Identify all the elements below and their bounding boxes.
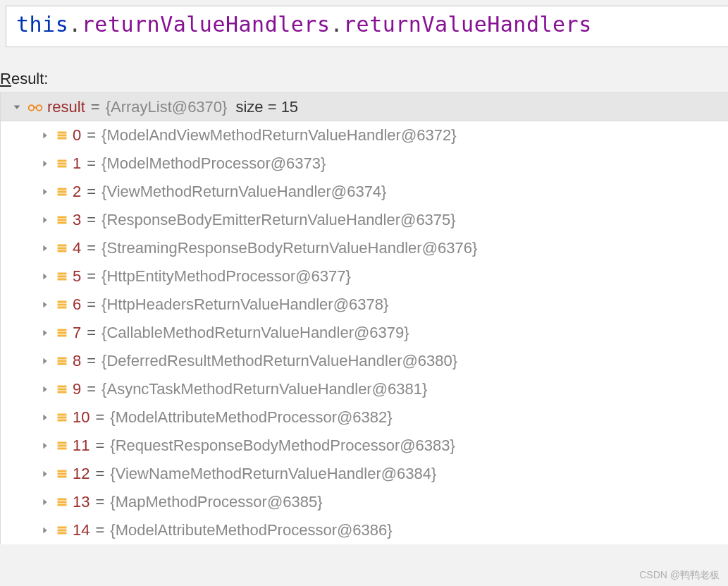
chevron-right-icon[interactable] [39,185,51,198]
svg-rect-4 [58,138,67,140]
keyword-this: this [16,12,68,37]
svg-rect-11 [58,216,67,219]
svg-rect-34 [58,420,67,422]
list-item[interactable]: 0={ModelAndViewMethodReturnValueHandler@… [1,121,728,149]
item-index: 6 [73,295,81,314]
equals-sign: = [94,437,106,455]
equals-sign: = [85,380,97,398]
svg-rect-41 [58,499,67,501]
svg-rect-16 [58,250,67,252]
expression-input[interactable]: this.returnValueHandlers.returnValueHand… [6,6,728,47]
svg-rect-9 [58,191,67,193]
svg-rect-2 [58,132,67,134]
list-item[interactable]: 8={DeferredResultMethodReturnValueHandle… [1,347,728,375]
dot: . [330,12,343,37]
item-index: 3 [73,211,81,229]
array-element-icon [56,411,68,424]
item-value: {HttpHeadersReturnValueHandler@6378} [101,295,388,314]
array-element-icon [56,468,68,480]
chevron-right-icon[interactable] [39,439,51,452]
item-index: 1 [73,154,81,173]
svg-rect-23 [58,329,67,331]
svg-rect-44 [58,527,67,529]
equals-sign: = [90,98,101,116]
equals-sign: = [94,408,106,427]
equals-sign: = [85,154,97,173]
equals-sign: = [85,295,97,314]
list-item[interactable]: 2={ViewMethodReturnValueHandler@6374} [1,178,728,206]
chevron-right-icon[interactable] [39,157,51,170]
chevron-right-icon[interactable] [39,129,51,142]
svg-rect-31 [58,391,67,393]
svg-rect-26 [58,358,67,360]
result-size: size = 15 [235,98,298,116]
result-tree: result = {ArrayList@6370} size = 15 0={M… [0,92,728,544]
result-root-row[interactable]: result = {ArrayList@6370} size = 15 [1,93,728,121]
chevron-right-icon[interactable] [39,524,51,537]
svg-rect-46 [58,532,67,535]
svg-rect-43 [58,504,67,506]
chevron-right-icon[interactable] [39,326,51,339]
svg-rect-6 [58,163,67,165]
item-index: 5 [73,267,81,286]
list-item[interactable]: 10={ModelAttributeMethodProcessor@6382} [1,403,728,432]
result-type: {ArrayList@6370} [106,98,228,116]
list-item[interactable]: 3={ResponseBodyEmitterReturnValueHandler… [1,206,728,234]
list-item[interactable]: 14={ModelAttributeMethodProcessor@6386} [1,516,728,544]
item-value: {ViewMethodReturnValueHandler@6374} [101,183,386,201]
array-element-icon [56,524,68,537]
equals-sign: = [85,239,97,257]
svg-rect-42 [58,501,67,503]
result-variable-name: result [47,98,85,116]
item-value: {DeferredResultMethodReturnValueHandler@… [101,352,457,370]
equals-sign: = [85,352,97,370]
svg-rect-15 [58,248,67,250]
item-value: {ResponseBodyEmitterReturnValueHandler@6… [101,211,456,229]
array-element-icon [56,355,68,367]
equals-sign: = [85,211,97,229]
list-item[interactable]: 7={CallableMethodReturnValueHandler@6379… [1,319,728,347]
svg-rect-13 [58,222,67,224]
svg-point-1 [37,105,42,111]
chevron-right-icon[interactable] [39,242,51,255]
list-item[interactable]: 1={ModelMethodProcessor@6373} [1,149,728,178]
list-item[interactable]: 9={AsyncTaskMethodReturnValueHandler@638… [1,375,728,403]
chevron-right-icon[interactable] [39,383,51,396]
svg-rect-21 [58,304,67,306]
svg-rect-10 [58,194,67,196]
list-item[interactable]: 4={StreamingResponseBodyReturnValueHandl… [1,234,728,262]
item-value: {ModelMethodProcessor@6373} [101,154,326,173]
array-element-icon [56,270,68,283]
list-item[interactable]: 5={HttpEntityMethodProcessor@6377} [1,262,728,291]
svg-rect-24 [58,332,67,334]
chevron-right-icon[interactable] [39,355,51,367]
chevron-right-icon[interactable] [39,468,51,480]
svg-rect-12 [58,219,67,221]
item-value: {StreamingResponseBodyReturnValueHandler… [101,239,477,257]
svg-rect-39 [58,473,67,475]
item-value: {ViewNameMethodReturnValueHandler@6384} [110,465,436,483]
list-item[interactable]: 12={ViewNameMethodReturnValueHandler@638… [1,460,728,488]
item-index: 13 [73,493,90,511]
chevron-right-icon[interactable] [39,214,51,226]
chevron-right-icon[interactable] [39,298,51,311]
svg-rect-5 [58,160,67,162]
array-element-icon [56,298,68,311]
item-index: 2 [73,183,81,201]
svg-rect-17 [58,273,67,275]
item-value: {RequestResponseBodyMethodProcessor@6383… [110,437,455,455]
item-index: 14 [73,521,90,539]
list-item[interactable]: 13={MapMethodProcessor@6385} [1,488,728,516]
chevron-right-icon[interactable] [39,411,51,424]
svg-rect-7 [58,166,67,168]
item-value: {CallableMethodReturnValueHandler@6379} [101,324,409,342]
svg-rect-36 [58,445,67,447]
chevron-right-icon[interactable] [39,496,51,508]
list-item[interactable]: 11={RequestResponseBodyMethodProcessor@6… [1,432,728,460]
chevron-right-icon[interactable] [39,270,51,283]
svg-rect-8 [58,188,67,190]
chevron-down-icon[interactable] [11,101,23,114]
list-item[interactable]: 6={HttpHeadersReturnValueHandler@6378} [1,291,728,319]
equals-sign: = [85,126,97,145]
item-index: 10 [73,408,90,427]
